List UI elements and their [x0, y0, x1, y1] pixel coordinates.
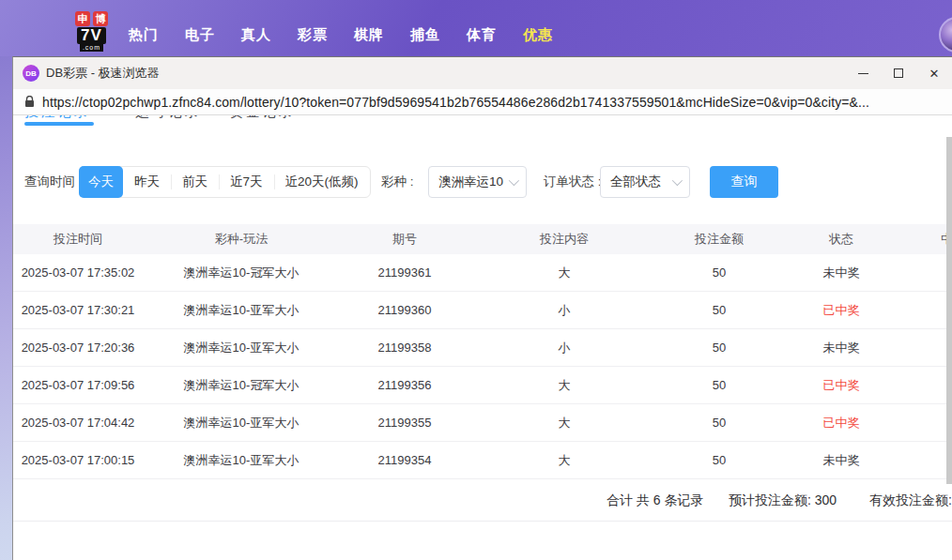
logo-7v-text: 7V: [77, 27, 106, 44]
summary-expected-amount: 预计投注金额: 300: [729, 479, 837, 522]
lock-icon: [24, 96, 35, 108]
bet-amount: 50: [659, 404, 779, 441]
bet-time: 2025-03-07 17:00:15: [13, 442, 143, 478]
game-play: 澳洲幸运10-亚军大小: [143, 404, 340, 441]
table-row: 2025-03-07 17:00:15 澳洲幸运10-亚军大小 21199354…: [13, 442, 952, 479]
status-cell: 未中奖: [779, 254, 903, 291]
col-header-game-play: 彩种-玩法: [143, 224, 340, 254]
bet-content: 大: [469, 442, 659, 478]
tab-chase-records[interactable]: 追号记录: [135, 115, 201, 121]
lottery-filter-label: 彩种 :: [381, 166, 414, 198]
status-cell: 已中奖: [779, 404, 903, 441]
nav-item-promo[interactable]: 优惠: [510, 26, 566, 44]
bet-time: 2025-03-07 17:35:02: [13, 254, 143, 291]
bet-amount: 50: [659, 292, 779, 328]
minimize-button[interactable]: [845, 57, 881, 89]
window-titlebar[interactable]: DB DB彩票 - 极速浏览器 ✕: [13, 57, 952, 89]
bet-time: 2025-03-07 17:30:21: [13, 292, 143, 328]
win-amount: [903, 254, 952, 291]
maximize-icon: [894, 68, 903, 78]
lottery-select[interactable]: 澳洲幸运10: [428, 166, 527, 198]
win-amount: [903, 404, 952, 441]
tab-fund-records[interactable]: 资金记录: [229, 115, 295, 121]
time-option-yesterday[interactable]: 昨天: [123, 167, 171, 197]
col-header-bet-amount: 投注金额: [659, 224, 779, 254]
summary-valid-amount: 有效投注金额:: [869, 479, 952, 522]
bet-time: 2025-03-07 17:09:56: [13, 367, 143, 403]
site-top-nav: 申 博 7V .com 热门 电子 真人 彩票 棋牌 捕鱼 体育 优惠: [0, 0, 952, 56]
issue-number: 21199360: [340, 292, 469, 328]
logo-badge-shen: 申: [75, 11, 90, 26]
vertical-scrollbar[interactable]: [946, 137, 952, 484]
col-header-win-amount: 中奖金额: [903, 224, 952, 254]
status-cell: 已中奖: [779, 292, 903, 328]
nav-item-lottery[interactable]: 彩票: [284, 26, 341, 44]
maximize-button[interactable]: [881, 57, 916, 89]
tab-bet-records[interactable]: 投注记录: [24, 115, 90, 121]
logo-badge-bo: 博: [93, 11, 108, 26]
game-play: 澳洲幸运10-冠军大小: [143, 367, 340, 403]
table-summary-row: 合计 共 6 条记录 预计投注金额: 300 有效投注金额:: [13, 479, 952, 522]
time-option-7days[interactable]: 近7天: [219, 167, 274, 197]
active-tab-indicator: [24, 122, 94, 126]
time-option-today[interactable]: 今天: [79, 166, 123, 198]
status-cell: 已中奖: [779, 367, 903, 403]
nav-item-live[interactable]: 真人: [228, 26, 284, 44]
win-amount: [903, 292, 952, 328]
time-option-day-before[interactable]: 前天: [171, 167, 219, 197]
table-row: 2025-03-07 17:30:21 澳洲幸运10-亚军大小 21199360…: [13, 292, 952, 329]
bet-amount: 50: [659, 367, 779, 403]
col-header-bet-time: 投注时间: [13, 224, 143, 254]
status-cell: 未中奖: [779, 442, 903, 478]
order-status-label: 订单状态 :: [544, 166, 602, 198]
close-button[interactable]: ✕: [916, 57, 952, 89]
address-bar[interactable]: https://ctop02pchwp1.zfnc84.com/lottery/…: [13, 89, 952, 115]
site-logo[interactable]: 申 博 7V .com: [75, 11, 108, 52]
bet-content: 大: [469, 367, 659, 403]
bet-amount: 50: [659, 254, 779, 291]
issue-number: 21199356: [340, 367, 469, 403]
bet-amount: 50: [659, 442, 779, 478]
bet-time: 2025-03-07 17:04:42: [13, 404, 143, 441]
table-row: 2025-03-07 17:35:02 澳洲幸运10-冠军大小 21199361…: [13, 254, 952, 292]
time-option-20days[interactable]: 近20天(低频): [274, 167, 370, 197]
close-icon: ✕: [929, 67, 940, 81]
game-play: 澳洲幸运10-亚军大小: [143, 329, 340, 366]
browser-window: DB DB彩票 - 极速浏览器 ✕ https://ctop02pchwp1.z…: [12, 56, 952, 560]
win-amount: [903, 329, 952, 366]
user-avatar[interactable]: [939, 17, 952, 53]
bet-amount: 50: [659, 329, 779, 366]
time-filter-group: 今天 昨天 前天 近7天 近20天(低频): [79, 166, 371, 198]
win-amount: [903, 442, 952, 478]
nav-item-sports[interactable]: 体育: [453, 26, 510, 44]
issue-number: 21199355: [340, 404, 469, 441]
game-play: 澳洲幸运10-亚军大小: [143, 442, 340, 478]
window-title: DB彩票 - 极速浏览器: [46, 65, 160, 82]
col-header-bet-content: 投注内容: [469, 224, 659, 254]
nav-item-fishing[interactable]: 捕鱼: [397, 26, 453, 44]
time-filter-label: 查询时间 :: [24, 166, 83, 198]
issue-number: 21199361: [340, 254, 469, 291]
bet-content: 小: [469, 329, 659, 366]
issue-number: 21199358: [340, 329, 469, 366]
query-button[interactable]: 查询: [710, 166, 778, 198]
order-status-value: 全部状态: [610, 174, 661, 190]
db-favicon-icon: DB: [23, 65, 39, 82]
nav-item-hot[interactable]: 热门: [115, 26, 172, 44]
bet-content: 大: [469, 404, 659, 441]
win-amount: [903, 367, 952, 403]
lottery-select-value: 澳洲幸运10: [438, 174, 503, 190]
table-row: 2025-03-07 17:04:42 澳洲幸运10-亚军大小 21199355…: [13, 404, 952, 442]
nav-item-electronic[interactable]: 电子: [172, 26, 228, 44]
site-nav-menu: 热门 电子 真人 彩票 棋牌 捕鱼 体育 优惠: [115, 26, 566, 44]
game-play: 澳洲幸运10-亚军大小: [143, 292, 340, 328]
logo-com-text: .com: [80, 44, 103, 52]
table-row: 2025-03-07 17:09:56 澳洲幸运10-冠军大小 21199356…: [13, 367, 952, 404]
bet-content: 大: [469, 254, 659, 291]
bet-records-table: 投注时间 彩种-玩法 期号 投注内容 投注金额 状态 中奖金额 2025-03-…: [13, 224, 952, 522]
order-status-select[interactable]: 全部状态: [600, 166, 690, 198]
url-text: https://ctop02pchwp1.zfnc84.com/lottery/…: [42, 95, 869, 110]
nav-item-chess[interactable]: 棋牌: [341, 26, 397, 44]
bet-time: 2025-03-07 17:20:36: [13, 329, 143, 366]
bet-content: 小: [469, 292, 659, 328]
